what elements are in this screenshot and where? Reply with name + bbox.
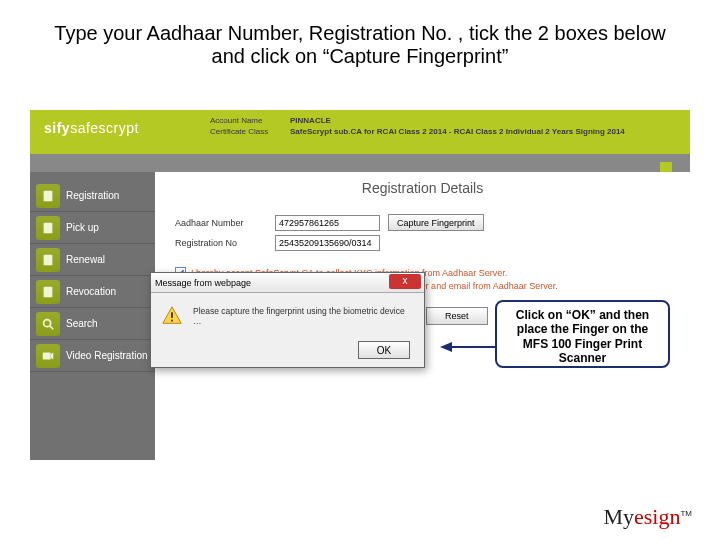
search-icon: [36, 312, 60, 336]
slide-title: Type your Aadhaar Number, Registration N…: [0, 0, 720, 76]
svg-rect-3: [44, 286, 53, 297]
header-band: sifysafescrypt Account NamePINNACLE Cert…: [30, 110, 690, 154]
footer-logo-a: My: [603, 504, 634, 529]
sidebar-item-renewal[interactable]: Renewal: [30, 244, 155, 276]
svg-marker-12: [440, 342, 452, 352]
sidebar-item-label: Video Registration: [66, 350, 148, 361]
instruction-callout: Click on “OK” and then place the Finger …: [495, 300, 670, 368]
cert-class-label: Certificate Class: [210, 127, 290, 136]
account-name-label: Account Name: [210, 116, 290, 125]
doc-icon: [36, 184, 60, 208]
svg-line-5: [50, 325, 54, 329]
sidebar-item-label: Renewal: [66, 254, 105, 265]
svg-marker-7: [51, 352, 54, 359]
svg-rect-2: [44, 254, 53, 265]
sidebar-item-label: Revocation: [66, 286, 116, 297]
account-info: Account NamePINNACLE Certificate ClassSa…: [210, 116, 625, 138]
regno-input[interactable]: [275, 235, 380, 251]
logo-part-a: sify: [44, 120, 70, 136]
form: Aadhaar Number Capture Fingerprint Regis…: [175, 214, 690, 251]
dialog-message: Please capture the fingerprint using the…: [193, 306, 414, 326]
footer-logo: MyesignTM: [603, 504, 692, 530]
regno-label: Registration No: [175, 238, 275, 248]
video-icon: [36, 344, 60, 368]
sidebar: Registration Pick up Renewal Revocation …: [30, 172, 155, 460]
footer-tm: TM: [680, 509, 692, 518]
sidebar-item-search[interactable]: Search: [30, 308, 155, 340]
svg-rect-10: [171, 320, 173, 322]
aadhaar-input[interactable]: [275, 215, 380, 231]
dialog-title: Message from webpage: [155, 278, 251, 288]
logo-part-b: safescrypt: [70, 120, 139, 136]
svg-rect-1: [44, 222, 53, 233]
svg-rect-9: [171, 312, 173, 318]
sidebar-item-pickup[interactable]: Pick up: [30, 212, 155, 244]
svg-point-4: [44, 319, 51, 326]
renewal-icon: [36, 248, 60, 272]
sidebar-item-label: Search: [66, 318, 98, 329]
close-button[interactable]: x: [389, 274, 421, 289]
sidebar-item-label: Registration: [66, 190, 119, 201]
sidebar-item-video[interactable]: Video Registration: [30, 340, 155, 372]
callout-arrow: [440, 340, 496, 354]
sidebar-item-label: Pick up: [66, 222, 99, 233]
sidebar-item-registration[interactable]: Registration: [30, 180, 155, 212]
warning-icon: [161, 305, 183, 327]
footer-logo-b: esign: [634, 504, 680, 529]
aadhaar-label: Aadhaar Number: [175, 218, 275, 228]
sub-band: [30, 154, 690, 172]
account-name-value: PINNACLE: [290, 116, 331, 125]
svg-rect-6: [43, 352, 51, 359]
message-dialog: Message from webpage x Please capture th…: [150, 272, 425, 368]
reset-button[interactable]: Reset: [426, 307, 488, 325]
brand-logo: sifysafescrypt: [44, 120, 139, 136]
dialog-titlebar: Message from webpage x: [151, 273, 424, 293]
ok-button[interactable]: OK: [358, 341, 410, 359]
revocation-icon: [36, 280, 60, 304]
capture-fingerprint-button[interactable]: Capture Fingerprint: [388, 214, 484, 231]
sidebar-item-revocation[interactable]: Revocation: [30, 276, 155, 308]
cert-class-value: SafeScrypt sub.CA for RCAI Class 2 2014 …: [290, 127, 625, 136]
page-heading: Registration Details: [155, 180, 690, 196]
pickup-icon: [36, 216, 60, 240]
svg-rect-0: [44, 190, 53, 201]
